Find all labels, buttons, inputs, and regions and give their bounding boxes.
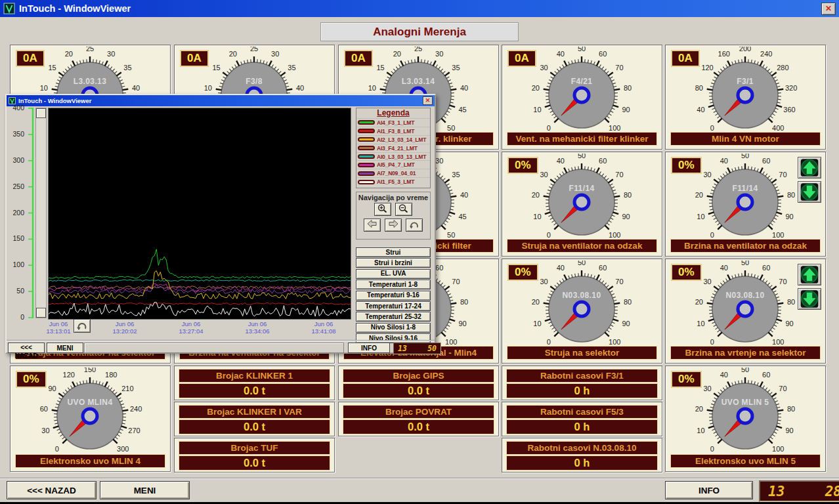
counter-value: 0 h — [506, 383, 658, 398]
view-button-el-uva[interactable]: EL. UVA — [356, 269, 431, 279]
zoom-in-icon — [377, 203, 389, 213]
popup-info-button[interactable]: INFO — [348, 343, 390, 353]
svg-text:80: 80 — [695, 84, 703, 92]
svg-text:10: 10 — [368, 84, 376, 92]
arrow-down-button[interactable] — [798, 288, 821, 310]
popup-back-button[interactable]: <<< NAZAD — [8, 343, 45, 353]
counter-label: Brojac GIPS — [343, 369, 494, 383]
gauge-value-badge: 0% — [16, 371, 47, 388]
svg-text:80: 80 — [624, 84, 632, 92]
counter-value: 0.0 t — [179, 419, 330, 434]
svg-text:30: 30 — [271, 50, 279, 58]
svg-text:60: 60 — [599, 50, 607, 58]
view-button-temperaturi-17-24[interactable]: Temperaturi 17-24 — [356, 301, 431, 311]
svg-text:15: 15 — [376, 64, 384, 72]
svg-text:F3/8: F3/8 — [246, 77, 263, 86]
legend-item: AI1_F5_3_LMT — [356, 177, 430, 186]
svg-text:90: 90 — [48, 385, 56, 392]
counter-label: Brojac KLINKER 1 — [179, 369, 330, 383]
info-button[interactable]: INFO — [665, 481, 753, 499]
svg-text:80: 80 — [460, 298, 468, 306]
svg-text:0: 0 — [710, 124, 714, 132]
nav-pan-left-button[interactable] — [364, 219, 381, 232]
x-tick-label: Jun 0613:20:02 — [113, 320, 137, 335]
legend-swatch — [358, 154, 375, 159]
legend: Legenda AI4_F3_1_LMTAI1_F3_8_LMTAI2_L3_0… — [356, 108, 431, 188]
svg-text:25: 25 — [414, 47, 422, 52]
gauge-caption: Struja na selektor — [507, 346, 657, 360]
svg-text:400: 400 — [772, 124, 784, 132]
svg-text:50: 50 — [741, 154, 749, 159]
vertical-scrollbar[interactable] — [35, 108, 47, 318]
counter-brojac-klinker-i-var: Brojac KLINKER I VAR0.0 t — [174, 402, 335, 436]
svg-text:90: 90 — [458, 320, 466, 327]
svg-text:45: 45 — [458, 213, 466, 220]
svg-text:300: 300 — [117, 445, 129, 453]
scrollbar-thumb-bottom[interactable] — [36, 308, 46, 318]
arrow-up-button[interactable] — [798, 264, 821, 285]
svg-text:30: 30 — [540, 171, 548, 178]
svg-text:N03.08.10: N03.08.10 — [563, 291, 601, 300]
bottom-divider — [0, 478, 839, 478]
legend-item: AI7_N09_04_01 — [356, 169, 430, 177]
svg-text:30: 30 — [540, 278, 548, 285]
svg-text:70: 70 — [779, 385, 786, 392]
svg-text:200: 200 — [739, 47, 751, 52]
view-button-strui-i-brzini[interactable]: Strui i brzini — [356, 258, 431, 268]
svg-text:180: 180 — [105, 371, 117, 379]
gauge-value-badge: 0A — [507, 50, 536, 67]
view-button-temperaturi-9-16[interactable]: Temperaturi 9-16 — [356, 291, 431, 301]
arrow-up-button[interactable] — [798, 157, 821, 178]
legend-swatch — [358, 163, 375, 167]
reset-time-icon[interactable] — [74, 319, 91, 333]
svg-text:25: 25 — [250, 47, 258, 52]
menu-button[interactable]: MENI — [100, 481, 190, 499]
gauge-hub — [574, 302, 589, 316]
gauge-hub — [738, 88, 752, 102]
svg-text:40: 40 — [720, 264, 728, 272]
popup-menu-button[interactable]: MENI — [47, 343, 83, 353]
svg-text:40: 40 — [460, 84, 468, 92]
view-button-temperaturi-1-8[interactable]: Temperaturi 1-8 — [356, 280, 431, 289]
close-icon[interactable]: ✕ — [821, 3, 836, 15]
nav-zoom-out-button[interactable] — [395, 203, 412, 216]
y-tick-label: 0 — [7, 313, 24, 321]
y-axis — [26, 108, 35, 318]
gauge-panel-r3c4: 0102030405060708090100N03.08.100%Struja … — [502, 259, 662, 364]
nav-zoom-in-button[interactable] — [374, 203, 391, 216]
legend-name: AI4_F3_1_LMT — [377, 119, 414, 126]
svg-text:10: 10 — [204, 84, 212, 92]
svg-text:70: 70 — [452, 278, 460, 285]
nav-reset-button[interactable] — [406, 219, 423, 232]
svg-text:40: 40 — [697, 106, 704, 114]
svg-text:UVO MLIN 5: UVO MLIN 5 — [721, 398, 769, 407]
counter-label: Rabotni casovi N.03.08.10 — [506, 441, 658, 455]
gauge-hub — [738, 195, 752, 209]
popup-titlebar[interactable]: InTouch - WindowViewer ✕ — [7, 95, 435, 106]
nav-pan-right-button[interactable] — [385, 219, 402, 232]
svg-text:70: 70 — [779, 278, 786, 285]
view-button-nivo-silosi-1-8[interactable]: Nivo Silosi 1-8 — [356, 323, 431, 333]
counter-label: Brojac TUF — [179, 441, 330, 455]
svg-text:0: 0 — [55, 445, 59, 453]
view-button-strui[interactable]: Strui — [356, 247, 431, 257]
back-button[interactable]: <<< NAZAD — [7, 481, 97, 499]
legend-name: AI1_F3_8_LMT — [377, 128, 414, 135]
svg-text:210: 210 — [121, 385, 133, 392]
gauge-caption: Elektronsko uvo MLIN 5 — [670, 454, 821, 468]
view-button-temperaturi-25-32[interactable]: Temperaturi 25-32 — [356, 312, 431, 322]
gauge-panel-r4c5: 0102030405060708090100UVO MLIN 50%Elektr… — [665, 366, 826, 472]
arrow-down-button[interactable] — [798, 181, 821, 203]
gauge-value-badge: 0A — [16, 50, 45, 67]
svg-text:60: 60 — [599, 264, 607, 272]
gauge-caption: Vent. na mehanicki filter klinker — [507, 132, 657, 146]
legend-title: Legenda — [356, 108, 430, 118]
svg-text:L3.03.14: L3.03.14 — [402, 77, 435, 86]
scrollbar-thumb-top[interactable] — [36, 108, 46, 118]
gauge-panel-r2c5: 0102030405060708090100F11/140%Brzina na … — [665, 152, 826, 257]
svg-text:10: 10 — [40, 84, 48, 92]
gauge-value-badge: 0A — [671, 50, 700, 67]
time-navigation: Navigacija po vreme — [356, 192, 431, 240]
gauge-panel-r3c5: 0102030405060708090100N03.08.100%Brzina … — [665, 259, 826, 364]
popup-close-icon[interactable]: ✕ — [423, 96, 433, 105]
